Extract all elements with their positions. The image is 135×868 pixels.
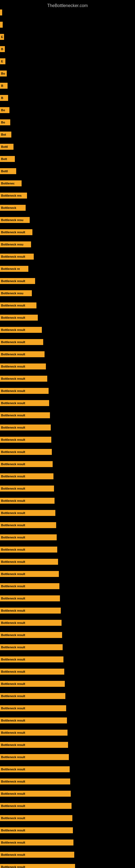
bar-label: Bottleneck result bbox=[1, 804, 25, 807]
bar-label: Bottleneck result bbox=[1, 328, 25, 332]
bar-item: Bottleneck result bbox=[0, 864, 75, 868]
bar-fill: Bottleneck result bbox=[0, 681, 65, 687]
bar-item: Bottleneck result bbox=[0, 742, 68, 748]
bar-fill: Bottleneck resu bbox=[0, 241, 31, 247]
bar-fill: Bottleneck result bbox=[0, 827, 73, 833]
bar-item: Bottleneck result bbox=[0, 229, 32, 235]
bar-item: Bottleneck result bbox=[0, 717, 67, 723]
bar-label: Bottleneck result bbox=[1, 621, 25, 624]
bar-item: Bottleneck result bbox=[0, 644, 63, 650]
bar-item: Bottleneck result bbox=[0, 449, 52, 455]
bar-label: Bottleneck result bbox=[1, 646, 25, 649]
bar-item: E bbox=[0, 58, 5, 64]
bar-item: Bottleneck result bbox=[0, 730, 68, 736]
bar-label: Bottleneck result bbox=[1, 609, 25, 612]
bar-label: Bottleneck result bbox=[1, 633, 25, 637]
bar-item bbox=[0, 9, 2, 16]
bar-item: Bottleneck result bbox=[0, 608, 61, 614]
bar-fill: Bottleneck result bbox=[0, 693, 65, 699]
bar-item: Bo bbox=[0, 119, 10, 125]
bar-label: Bottleneck result bbox=[1, 304, 25, 307]
bar-fill: E bbox=[0, 58, 5, 64]
bar-item: Bottleneck result bbox=[0, 254, 34, 259]
bar-fill: E bbox=[0, 34, 4, 40]
bar-label: Bottleneck result bbox=[1, 536, 25, 539]
bar-fill: B bbox=[0, 95, 8, 101]
bar-fill: Bottleneck result bbox=[0, 754, 69, 760]
bar-label: Bottleneck result bbox=[1, 731, 25, 734]
bar-fill: B bbox=[0, 83, 8, 89]
bar-fill: Bottleneck result bbox=[0, 315, 38, 321]
bar-fill: Bottleneck result bbox=[0, 730, 68, 736]
bar-label: Bottleneck result bbox=[1, 768, 25, 771]
bar-item: Bottleneck result bbox=[0, 693, 65, 699]
bar-item: Bottl bbox=[0, 168, 16, 174]
bar-label: Bottleneck result bbox=[1, 365, 25, 368]
bar-item bbox=[0, 22, 3, 28]
bar-fill: Bottleneck result bbox=[0, 717, 67, 723]
bar-fill: Bottleneck result bbox=[0, 388, 49, 394]
bar-fill: Bottleneck result bbox=[0, 498, 54, 504]
bar-item: Bottleneck result bbox=[0, 595, 60, 601]
bar-item: Bottleneck resu bbox=[0, 241, 31, 247]
bar-label: Bottleneck result bbox=[1, 597, 25, 600]
bar-label: Bottleneck resu bbox=[1, 243, 24, 246]
bar-label: Bottlenec bbox=[1, 182, 14, 185]
bar-fill: Bottleneck result bbox=[0, 534, 57, 540]
bar-item: Bot bbox=[0, 131, 11, 137]
bar-fill: Bottleneck result bbox=[0, 705, 66, 711]
bar-item: Bottleneck result bbox=[0, 559, 58, 565]
bar-fill: Bottleneck result bbox=[0, 522, 56, 528]
bar-fill: Bottleneck result bbox=[0, 461, 53, 467]
bar-item: Bottleneck result bbox=[0, 327, 42, 333]
bar-fill: Bottleneck result bbox=[0, 254, 34, 259]
bar-item: Bottleneck result bbox=[0, 412, 50, 418]
bar-label: E bbox=[1, 60, 3, 63]
bar-fill: Bottleneck result bbox=[0, 669, 64, 675]
bar-fill: B bbox=[0, 46, 5, 52]
bar-fill: Bottlenec bbox=[0, 180, 21, 186]
bar-fill: Bottleneck result bbox=[0, 473, 53, 479]
bar-fill: Bottleneck result bbox=[0, 644, 63, 650]
bar-fill: Bottleneck result bbox=[0, 510, 55, 516]
bar-item: Bottleneck res bbox=[0, 193, 27, 198]
bar-fill: Bo bbox=[0, 119, 10, 125]
bar-label: Bottl bbox=[1, 145, 8, 148]
bar-fill: Bottleneck bbox=[0, 205, 26, 211]
bar-fill: Bottleneck result bbox=[0, 766, 70, 772]
bar-label: Bottleneck result bbox=[1, 829, 25, 832]
bar-fill: Bottleneck result bbox=[0, 839, 74, 845]
bar-label: Bottleneck result bbox=[1, 426, 25, 429]
bar-item: Bottleneck result bbox=[0, 754, 69, 760]
bar-label: Bottleneck result bbox=[1, 279, 25, 283]
bar-fill: Bottleneck result bbox=[0, 778, 70, 784]
bar-item: Bottleneck result bbox=[0, 778, 70, 784]
bar-fill: Bottleneck result bbox=[0, 620, 61, 626]
bar-label: Bottleneck result bbox=[1, 524, 25, 527]
bar-fill: Bottleneck result bbox=[0, 327, 42, 333]
bar-item: Bo bbox=[0, 70, 7, 76]
bar-item: Bottleneck result bbox=[0, 437, 51, 443]
bar-item: Bottleneck re bbox=[0, 266, 28, 272]
bar-item: Bottleneck result bbox=[0, 351, 45, 357]
bar-label: B bbox=[1, 48, 3, 51]
bar-item: Bottleneck result bbox=[0, 376, 47, 382]
bar-item: Bottleneck result bbox=[0, 791, 71, 797]
bar-label: Bottleneck result bbox=[1, 560, 25, 563]
bar-item: Bottleneck result bbox=[0, 461, 53, 467]
bar-label: Bottleneck result bbox=[1, 414, 25, 417]
bar-item: B bbox=[0, 46, 5, 52]
bar-fill: Bottleneck result bbox=[0, 278, 35, 284]
bar-item: Bottleneck result bbox=[0, 620, 61, 626]
bar-label: Bottleneck result bbox=[1, 816, 25, 820]
bar-fill: Bottleneck result bbox=[0, 437, 51, 443]
bar-fill: Bottleneck result bbox=[0, 449, 52, 455]
bar-item: Bottleneck result bbox=[0, 278, 35, 284]
bar-item: Bottleneck result bbox=[0, 839, 74, 845]
bar-item: B bbox=[0, 83, 8, 89]
bar-label: Bottleneck result bbox=[1, 499, 25, 502]
bar-fill: Bo bbox=[0, 107, 9, 113]
bar-label: Bo bbox=[1, 108, 5, 112]
bar-item: Bottleneck result bbox=[0, 364, 46, 369]
bar-fill: Bottl bbox=[0, 144, 13, 150]
